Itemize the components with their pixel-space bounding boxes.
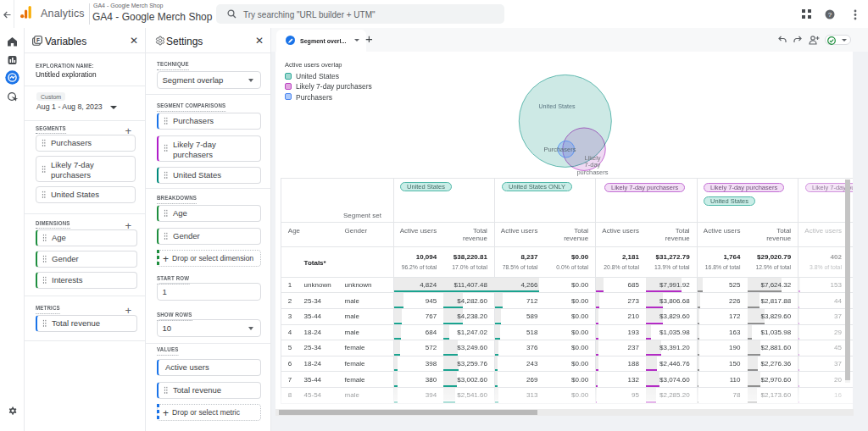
svg-text:F: F [36,37,40,43]
svg-text:purchasers: purchasers [576,169,608,176]
svg-text:Purchasers: Purchasers [544,146,576,153]
svg-text:United States: United States [538,102,576,110]
svg-text:?: ? [828,11,832,19]
